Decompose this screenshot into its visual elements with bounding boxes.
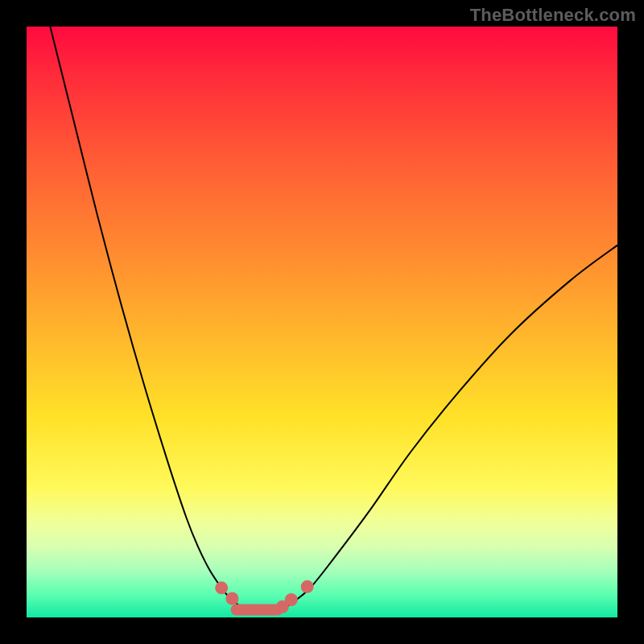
chart-frame: TheBottleneck.com: [0, 0, 644, 644]
curve-right: [275, 246, 617, 611]
data-marker: [215, 581, 228, 594]
data-marker: [301, 580, 314, 593]
chart-overlay: [27, 27, 617, 617]
data-marker: [285, 593, 298, 606]
watermark: TheBottleneck.com: [470, 5, 636, 26]
data-marker: [225, 592, 238, 605]
curve-left: [50, 27, 251, 610]
